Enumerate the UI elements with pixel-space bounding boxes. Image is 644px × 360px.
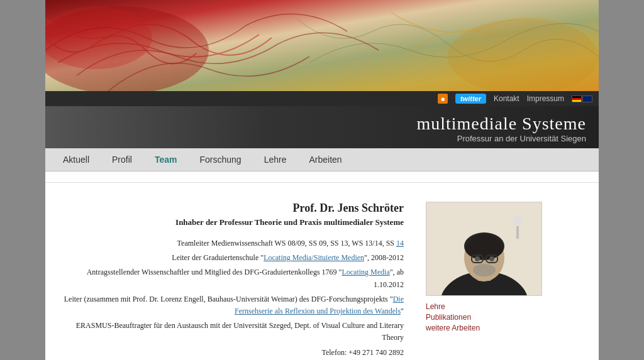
profile-line-fernsehserie: Leiter (zusammen mit Prof. Dr. Lorenz En… [58,293,404,317]
svg-point-16 [513,216,523,226]
impressum-link[interactable]: Impressum [527,94,564,103]
top-navigation: ■ twitter Kontakt Impressum [45,91,599,106]
svg-point-15 [473,264,496,276]
profile-line-teamleiter: Teamleiter Medienwissenschaft WS 08/09, … [58,237,404,249]
svg-point-3 [448,19,599,91]
profile-photo [426,202,542,296]
twitter-link[interactable]: twitter [455,94,486,104]
rss-icon[interactable]: ■ [438,94,448,104]
sidebar-link-weitere-arbeiten[interactable]: weitere Arbeiten [426,324,552,332]
svg-point-13 [475,256,480,261]
language-flags[interactable] [572,95,592,102]
link-locating-media-2[interactable]: Locating Media [341,268,389,276]
site-title: multimediale Systeme [58,114,586,134]
flag-en-icon[interactable] [582,95,592,102]
profile-line-graduiertenschule: Leiter der Graduiertenschule "Locating M… [58,252,404,264]
sidebar-link-lehre[interactable]: Lehre [426,302,552,311]
nav-item-arbeiten[interactable]: Arbeiten [297,148,353,171]
sidebar-link-publikationen[interactable]: Publikationen [426,313,552,322]
kontakt-link[interactable]: Kontakt [494,94,519,103]
svg-point-9 [464,232,504,260]
link-fernsehserie[interactable]: Die Fernsehserie als Reflexion und Proje… [235,295,404,315]
link-locating-media-1[interactable]: Locating Media/Situierte Medien [264,253,364,262]
profile-line-erasmus: ERASMUS-Beauftragter für den Austausch m… [58,320,404,344]
svg-rect-17 [516,226,519,239]
flag-de-icon[interactable] [572,95,582,102]
main-navigation: Aktuell Profil Team Forschung Lehre Arbe… [45,148,599,172]
profile-line-telefon: Telefon: +49 271 740 2892 [58,347,404,359]
sidebar-links: Lehre Publikationen weitere Arbeiten [426,302,552,332]
content-area: Prof. Dr. Jens Schröter Inhaber der Prof… [45,183,599,360]
nav-item-team[interactable]: Team [143,148,189,171]
site-title-bar: multimediale Systeme Professur an der Un… [45,106,599,148]
site-subtitle: Professur an der Universität Siegen [58,134,586,143]
profile-line-dfg: Antragsstellender Wissenschaftler und Mi… [58,266,404,290]
nav-item-forschung[interactable]: Forschung [188,148,252,171]
nav-item-lehre[interactable]: Lehre [253,148,298,171]
profile-section: Prof. Dr. Jens Schröter Inhaber der Prof… [45,195,416,360]
svg-point-14 [489,256,494,261]
nav-item-profil[interactable]: Profil [101,148,143,171]
profile-title: Inhaber der Professur Theorie und Praxis… [58,217,404,227]
nav-item-aktuell[interactable]: Aktuell [52,148,101,171]
link-14[interactable]: 14 [396,239,404,248]
profile-name: Prof. Dr. Jens Schröter [58,202,404,215]
right-sidebar: Lehre Publikationen weitere Arbeiten [416,195,561,360]
